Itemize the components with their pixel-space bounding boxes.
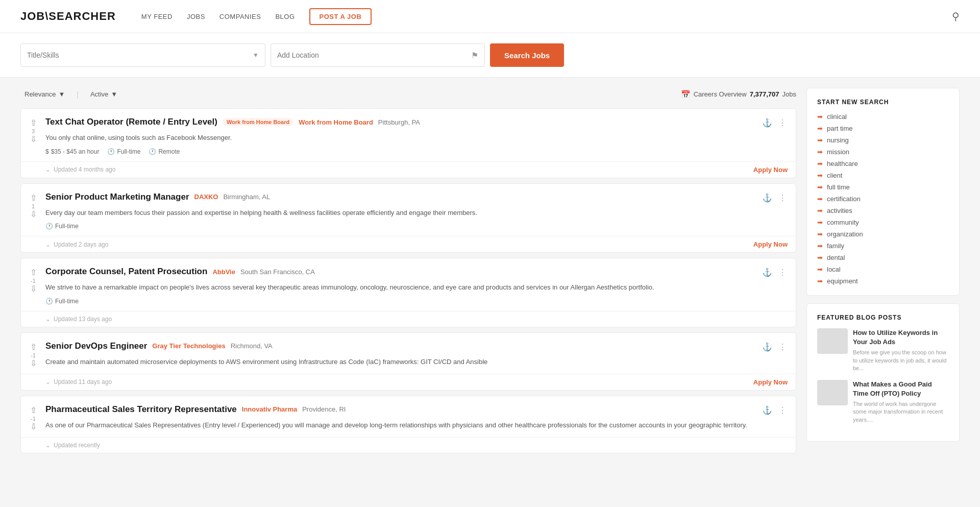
job-title-row: Senior DevOps Engineer Gray Tier Technol… — [45, 341, 273, 351]
expand-icon[interactable]: ⌄ — [45, 442, 51, 449]
vote-column: ⇧ 1 ⇩ — [21, 192, 45, 230]
keyword-arrow-icon: ➡ — [817, 160, 823, 167]
footer-left: ⌄ Updated recently — [45, 442, 100, 449]
upvote-button[interactable]: ⇧ — [30, 194, 37, 202]
downvote-button[interactable]: ⇩ — [30, 359, 37, 368]
apply-now-button[interactable]: Apply Now — [753, 378, 788, 386]
vote-count: 3 — [32, 128, 35, 134]
more-options-button[interactable]: ⋮ — [777, 192, 788, 204]
job-company[interactable]: Innovativ Pharma — [242, 405, 297, 413]
job-company[interactable]: Gray Tier Technologies — [152, 342, 225, 350]
keyword-item[interactable]: ➡activities — [817, 207, 949, 214]
footer-left: ⌄ Updated 13 days ago — [45, 316, 112, 323]
blog-post-title: What Makes a Good Paid Time Off (PTO) Po… — [853, 380, 949, 398]
more-options-button[interactable]: ⋮ — [777, 341, 788, 353]
expand-icon[interactable]: ⌄ — [45, 378, 51, 385]
bookmark-button[interactable]: ⚓ — [761, 117, 773, 129]
keyword-item[interactable]: ➡certification — [817, 195, 949, 203]
bookmark-button[interactable]: ⚓ — [761, 267, 773, 278]
relevance-dropdown[interactable]: Relevance ▼ — [20, 88, 69, 101]
job-title[interactable]: Senior Product Marketing Manager — [45, 192, 189, 202]
job-meta: 🕐 Full-time — [45, 298, 788, 305]
active-dropdown[interactable]: Active ▼ — [86, 88, 121, 101]
job-title-row: Text Chat Operator (Remote / Entry Level… — [45, 117, 420, 127]
keyword-item[interactable]: ➡mission — [817, 148, 949, 156]
main-content: Relevance ▼ | Active ▼ 📅 Careers Overvie… — [0, 78, 980, 507]
bookmark-button[interactable]: ⚓ — [761, 192, 773, 204]
job-type: 🕐 Full-time — [107, 148, 140, 155]
post-job-button[interactable]: POST A JOB — [309, 8, 372, 25]
downvote-button[interactable]: ⇩ — [30, 135, 37, 143]
job-content: Senior Product Marketing Manager DAXKO B… — [45, 192, 788, 230]
job-content: Corporate Counsel, Patent Prosecution Ab… — [45, 267, 788, 305]
job-company[interactable]: Work from Home Board — [299, 118, 373, 126]
nav-blog[interactable]: BLOG — [275, 13, 295, 20]
job-description: As one of our Pharmaceutical Sales Repre… — [45, 420, 788, 430]
keyword-item[interactable]: ➡equipment — [817, 277, 949, 285]
job-location: Richmond, VA — [231, 342, 273, 350]
downvote-button[interactable]: ⇩ — [30, 423, 37, 431]
job-header: Senior Product Marketing Manager DAXKO B… — [45, 192, 788, 204]
keyword-label: mission — [827, 148, 849, 156]
more-options-button[interactable]: ⋮ — [777, 117, 788, 129]
search-jobs-button[interactable]: Search Jobs — [490, 43, 564, 67]
keyword-item[interactable]: ➡local — [817, 265, 949, 273]
keyword-item[interactable]: ➡organization — [817, 230, 949, 238]
upvote-button[interactable]: ⇧ — [30, 406, 37, 415]
location-input[interactable] — [277, 51, 471, 59]
active-chevron-icon: ▼ — [111, 90, 117, 98]
keyword-item[interactable]: ➡family — [817, 242, 949, 250]
user-icon[interactable]: ⚲ — [952, 11, 960, 22]
expand-icon[interactable]: ⌄ — [45, 241, 51, 248]
more-options-button[interactable]: ⋮ — [777, 267, 788, 278]
keyword-item[interactable]: ➡part time — [817, 125, 949, 132]
job-title[interactable]: Corporate Counsel, Patent Prosecution — [45, 267, 207, 277]
nav-my-feed[interactable]: MY FEED — [141, 13, 173, 20]
job-title[interactable]: Pharmaceutical Sales Territory Represent… — [45, 404, 237, 415]
title-skills-input[interactable] — [27, 51, 253, 59]
keyword-label: healthcare — [827, 160, 858, 167]
nav-jobs[interactable]: JOBS — [187, 13, 205, 20]
bookmark-button[interactable]: ⚓ — [761, 341, 773, 353]
downvote-button[interactable]: ⇩ — [30, 285, 37, 293]
keyword-item[interactable]: ➡community — [817, 219, 949, 226]
upvote-button[interactable]: ⇧ — [30, 119, 37, 127]
job-card-main: ⇧ 3 ⇩ Text Chat Operator (Remote / Entry… — [21, 109, 796, 155]
job-actions: ⚓ ⋮ — [761, 267, 788, 278]
search-bar: ▼ ⚑ Search Jobs — [0, 33, 980, 78]
job-title[interactable]: Text Chat Operator (Remote / Entry Level… — [45, 117, 217, 127]
new-search-card: START NEW SEARCH ➡clinical➡part time➡nur… — [806, 88, 960, 296]
more-options-button[interactable]: ⋮ — [777, 404, 788, 416]
title-dropdown-chevron[interactable]: ▼ — [253, 52, 259, 59]
expand-icon[interactable]: ⌄ — [45, 166, 51, 173]
careers-overview-label: Careers Overview — [694, 90, 747, 98]
keyword-label: dental — [827, 254, 845, 261]
upvote-button[interactable]: ⇧ — [30, 269, 37, 277]
job-title[interactable]: Senior DevOps Engineer — [45, 341, 147, 351]
blog-post-item[interactable]: How to Utilize Keywords in Your Job Ads … — [817, 328, 949, 373]
apply-now-button[interactable]: Apply Now — [753, 166, 788, 174]
main-nav: MY FEED JOBS COMPANIES BLOG POST A JOB — [141, 8, 952, 25]
keyword-item[interactable]: ➡clinical — [817, 113, 949, 120]
upvote-button[interactable]: ⇧ — [30, 343, 37, 351]
logo[interactable]: JOB\SEARCHER — [20, 10, 116, 23]
apply-now-button[interactable]: Apply Now — [753, 240, 788, 248]
keyword-item[interactable]: ➡full time — [817, 183, 949, 191]
job-title-row: Senior Product Marketing Manager DAXKO B… — [45, 192, 270, 202]
keyword-item[interactable]: ➡client — [817, 172, 949, 179]
keyword-item[interactable]: ➡dental — [817, 254, 949, 261]
downvote-button[interactable]: ⇩ — [30, 210, 37, 219]
job-company[interactable]: DAXKO — [194, 193, 218, 201]
bookmark-button[interactable]: ⚓ — [761, 404, 773, 416]
expand-icon[interactable]: ⌄ — [45, 316, 51, 323]
job-actions: ⚓ ⋮ — [761, 404, 788, 416]
keyword-label: organization — [827, 230, 863, 238]
blog-post-item[interactable]: What Makes a Good Paid Time Off (PTO) Po… — [817, 380, 949, 424]
keyword-item[interactable]: ➡nursing — [817, 136, 949, 144]
nav-companies[interactable]: COMPANIES — [219, 13, 261, 20]
clock-icon: 🕐 — [45, 223, 53, 230]
updated-text: Updated 11 days ago — [54, 378, 112, 385]
job-company[interactable]: AbbVie — [212, 268, 235, 276]
keyword-item[interactable]: ➡healthcare — [817, 160, 949, 167]
keyword-label: equipment — [827, 277, 858, 285]
